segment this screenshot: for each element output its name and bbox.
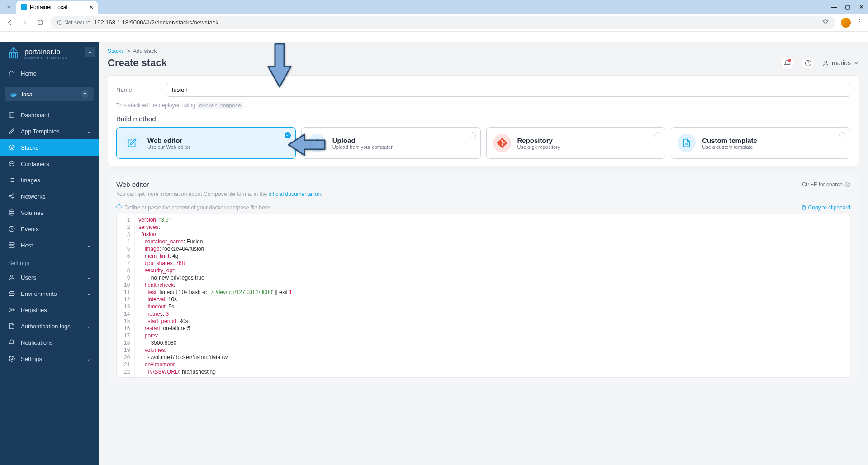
window-minimize-icon[interactable]: —	[831, 4, 837, 10]
svg-rect-25	[9, 246, 14, 248]
tab-dropdown-icon[interactable]	[4, 1, 14, 12]
svg-point-33	[825, 61, 827, 63]
address-bar[interactable]: Not secure 192.168.1.18:9000/#!/2/docker…	[51, 16, 835, 29]
svg-point-18	[9, 195, 11, 197]
copy-icon	[801, 204, 806, 210]
svg-point-31	[11, 358, 13, 360]
radio-indicator	[839, 132, 845, 138]
sidebar-item-networks[interactable]: Networks	[0, 188, 99, 204]
sidebar-item-app-templates[interactable]: App Templates⌄	[0, 123, 99, 139]
env-close-icon[interactable]: ×	[81, 90, 89, 98]
sidebar: portainer.io COMMUNITY EDITION « Home lo…	[0, 42, 99, 465]
editor-description: You can get more information about Compo…	[116, 191, 850, 197]
radio-indicator: ✓	[285, 132, 291, 138]
reload-button[interactable]	[35, 18, 45, 28]
code-content[interactable]: version: "3.9"services: fusion: containe…	[135, 214, 850, 377]
sidebar-collapse-button[interactable]: «	[85, 47, 95, 57]
docs-link[interactable]: official documentation	[268, 191, 321, 197]
blank-strip	[0, 32, 868, 42]
sidebar-item-containers[interactable]: Containers	[0, 156, 99, 172]
forward-button[interactable]	[20, 18, 30, 28]
chevron-down-icon: ⌄	[87, 291, 90, 296]
chevron-down-icon: ⌄	[87, 129, 90, 134]
notifications-button[interactable]	[781, 56, 794, 70]
copy-to-clipboard-button[interactable]: Copy to clipboard	[801, 204, 850, 211]
logo-title: portainer.io	[24, 48, 67, 56]
sidebar-item-users[interactable]: Users⌄	[0, 269, 99, 285]
tab-close-icon[interactable]: ×	[90, 4, 93, 11]
gear-icon	[8, 355, 15, 362]
sidebar-item-dashboard[interactable]: Dashboard	[0, 107, 99, 123]
profile-avatar[interactable]	[841, 18, 851, 28]
svg-point-2	[859, 23, 860, 24]
build-method-upload[interactable]: UploadUpload from your computer	[301, 127, 481, 159]
svg-point-19	[13, 197, 14, 199]
radio-indicator	[654, 132, 660, 138]
svg-point-30	[11, 309, 12, 310]
sidebar-item-environments[interactable]: Environments⌄	[0, 285, 99, 302]
sidebar-logo[interactable]: portainer.io COMMUNITY EDITION	[0, 42, 99, 65]
sidebar-item-home[interactable]: Home	[0, 65, 99, 81]
sidebar-item-host[interactable]: Host⌄	[0, 237, 99, 253]
page-title: Create stack	[108, 57, 167, 69]
sidebar-item-notifications[interactable]: Notifications	[0, 334, 99, 351]
hdd-icon	[8, 290, 15, 297]
settings-section-label: Settings	[0, 253, 99, 269]
sidebar-item-registries[interactable]: Registries	[0, 302, 99, 318]
svg-point-22	[9, 210, 14, 212]
chevron-down-icon	[854, 60, 859, 66]
url-text: 192.168.1.18:9000/#!/2/docker/stacks/new…	[94, 19, 218, 26]
info-icon: ⓘ	[116, 204, 122, 211]
deploy-hint: This stack will be deployed using docker…	[116, 102, 850, 109]
back-button[interactable]	[5, 18, 14, 28]
name-label: Name	[116, 86, 157, 93]
help-button[interactable]	[802, 56, 815, 70]
radio-icon	[8, 306, 15, 313]
window-close-icon[interactable]: ✕	[858, 4, 864, 10]
breadcrumb-current: Add stack	[133, 48, 157, 54]
build-method-repository[interactable]: RepositoryUse a git repository	[486, 127, 666, 159]
user-icon	[8, 274, 15, 281]
upload-icon	[308, 134, 326, 152]
bookmark-star-icon[interactable]	[822, 18, 829, 27]
sidebar-item-images[interactable]: Images	[0, 172, 99, 188]
server-icon	[8, 242, 15, 249]
browser-tab-strip: Portainer | local × — ▢ ✕	[0, 0, 868, 14]
edit-icon	[8, 128, 15, 135]
code-editor[interactable]: 12345678910111213141516171819202122 vers…	[116, 214, 850, 378]
user-menu[interactable]: marius	[822, 59, 859, 66]
share-icon	[8, 193, 15, 200]
svg-rect-37	[802, 207, 805, 209]
window-maximize-icon[interactable]: ▢	[844, 4, 851, 10]
chrome-menu-icon[interactable]	[856, 18, 863, 27]
stack-name-input[interactable]	[166, 83, 850, 97]
security-badge[interactable]: Not secure	[57, 19, 90, 26]
environment-selector[interactable]: local ×	[5, 87, 94, 101]
svg-rect-24	[9, 242, 14, 245]
list-icon	[8, 176, 15, 184]
layout-icon	[8, 111, 15, 119]
sidebar-item-volumes[interactable]: Volumes	[0, 204, 99, 221]
build-method-web-editor[interactable]: Web editorUse our Web editor ✓	[116, 127, 296, 159]
sidebar-item-settings[interactable]: Settings⌄	[0, 351, 99, 367]
sidebar-item-events[interactable]: Events	[0, 221, 99, 237]
breadcrumb-root[interactable]: Stacks	[108, 48, 124, 54]
build-method-label: Build method	[116, 115, 850, 123]
home-icon	[8, 70, 15, 77]
tab-title: Portainer | local	[30, 4, 67, 10]
user-icon	[822, 60, 829, 66]
build-method-custom-template[interactable]: Custom templateUse a custom template	[671, 127, 850, 159]
file-icon	[8, 323, 15, 330]
sidebar-item-authentication-logs[interactable]: Authentication logs⌄	[0, 318, 99, 334]
svg-point-17	[13, 194, 14, 195]
svg-point-0	[859, 19, 860, 20]
search-hint: Ctrl+F for search	[802, 181, 850, 188]
clock-icon	[8, 225, 15, 232]
svg-line-21	[11, 197, 13, 198]
sidebar-item-stacks[interactable]: Stacks	[0, 139, 99, 156]
breadcrumb: Stacks > Add stack	[108, 48, 859, 54]
database-icon	[8, 209, 15, 216]
tab-favicon-icon	[21, 4, 27, 10]
browser-tab[interactable]: Portainer | local ×	[16, 1, 98, 14]
radio-indicator	[470, 132, 476, 138]
